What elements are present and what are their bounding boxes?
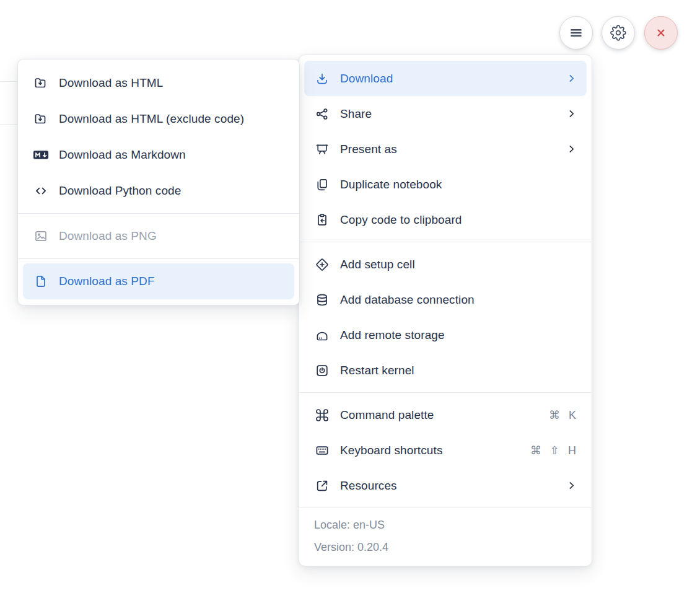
close-button[interactable]	[644, 16, 678, 50]
duplicate-icon	[314, 177, 330, 192]
menu-item-label: Copy code to clipboard	[340, 213, 462, 227]
menu-item-resources[interactable]: Resources	[299, 468, 592, 503]
background-row-divider	[0, 81, 18, 82]
menu-divider	[299, 242, 592, 242]
download-icon	[314, 71, 330, 86]
chevron-right-icon	[566, 480, 577, 491]
menu-item-add-database-connection[interactable]: Add database connection	[299, 282, 592, 317]
menu-item-download-as-markdown[interactable]: Download as Markdown	[18, 137, 299, 173]
gear-icon	[610, 25, 626, 41]
menu-item-label: Resources	[340, 479, 397, 493]
menu-item-label: Download as Markdown	[59, 148, 186, 162]
menu-item-label: Command palette	[340, 408, 434, 422]
menu-item-download-as-html-exclude-code[interactable]: Download as HTML (exclude code)	[18, 101, 299, 137]
menu-item-label: Add database connection	[340, 293, 475, 307]
command-icon	[314, 408, 330, 423]
menu-item-copy-code-to-clipboard[interactable]: Copy code to clipboard	[299, 202, 592, 237]
chevron-right-icon	[566, 144, 577, 154]
keyboard-icon	[314, 443, 330, 458]
shortcut-hint: ⌘ K	[549, 408, 577, 422]
menu-item-download[interactable]: Download	[304, 61, 587, 96]
shortcut-hint: ⌘ ⇧ H	[530, 444, 577, 457]
external-link-icon	[314, 478, 330, 493]
power-icon	[314, 363, 330, 378]
presentation-icon	[314, 142, 330, 157]
menu-item-share[interactable]: Share	[299, 96, 592, 131]
database-icon	[314, 292, 330, 307]
menu-item-label: Present as	[340, 143, 397, 156]
menu-divider	[18, 213, 299, 214]
menu-item-duplicate-notebook[interactable]: Duplicate notebook	[299, 167, 592, 202]
notebook-menu: Download Share Present as	[299, 55, 592, 566]
menu-item-label: Download as HTML	[59, 76, 163, 90]
menu-item-add-remote-storage[interactable]: Add remote storage	[299, 317, 592, 353]
file-icon	[33, 274, 49, 289]
menu-item-download-as-pdf[interactable]: Download as PDF	[23, 263, 294, 299]
menu-item-download-as-png[interactable]: Download as PNG	[18, 218, 299, 254]
menu-divider	[18, 258, 299, 259]
markdown-icon	[33, 147, 49, 162]
clipboard-icon	[314, 213, 330, 227]
menu-item-label: Download as PDF	[59, 275, 155, 288]
menu-item-label: Download	[340, 72, 393, 86]
image-icon	[33, 229, 49, 244]
menu-item-label: Add setup cell	[340, 258, 415, 271]
menu-divider	[299, 392, 592, 393]
menu-button[interactable]	[559, 16, 593, 50]
menu-item-label: Download as HTML (exclude code)	[59, 112, 244, 126]
settings-button[interactable]	[602, 16, 635, 50]
menu-item-label: Duplicate notebook	[340, 178, 442, 191]
menu-item-add-setup-cell[interactable]: Add setup cell	[299, 247, 592, 282]
version-label: Version: 0.20.4	[314, 536, 577, 558]
menu-item-download-as-html[interactable]: Download as HTML	[18, 65, 299, 101]
menu-item-command-palette[interactable]: Command palette ⌘ K	[299, 397, 592, 433]
menu-item-keyboard-shortcuts[interactable]: Keyboard shortcuts ⌘ ⇧ H	[299, 433, 592, 468]
menu-item-label: Restart kernel	[340, 364, 414, 377]
download-submenu: Download as HTML Download as HTML (exclu…	[17, 59, 300, 306]
locale-label: Locale: en-US	[314, 514, 577, 536]
menu-footer: Locale: en-US Version: 0.20.4	[299, 508, 592, 566]
menu-item-label: Add remote storage	[340, 328, 445, 342]
code-icon	[33, 183, 49, 198]
menu-item-label: Keyboard shortcuts	[340, 444, 443, 457]
folder-download-icon	[33, 76, 49, 90]
storage-icon	[314, 328, 330, 343]
share-icon	[314, 107, 330, 121]
menu-item-label: Share	[340, 107, 372, 121]
folder-download-icon	[33, 112, 49, 126]
chevron-right-icon	[566, 73, 577, 84]
hamburger-icon	[568, 25, 584, 41]
menu-item-label: Download as PNG	[59, 229, 157, 243]
menu-item-present-as[interactable]: Present as	[299, 131, 592, 167]
plus-diamond-icon	[314, 257, 330, 272]
chevron-right-icon	[566, 108, 577, 119]
close-icon	[654, 25, 668, 40]
background-row-divider	[0, 124, 18, 125]
menu-item-restart-kernel[interactable]: Restart kernel	[299, 353, 592, 388]
app-background: Download as HTML Download as HTML (exclu…	[0, 0, 700, 611]
menu-item-label: Download Python code	[59, 184, 181, 198]
menu-item-download-python-code[interactable]: Download Python code	[18, 173, 299, 209]
